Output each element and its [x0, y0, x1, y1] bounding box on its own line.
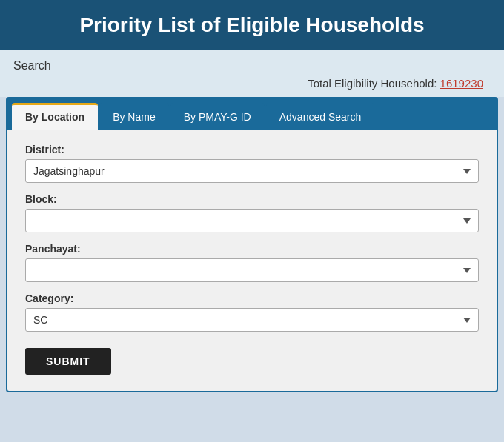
category-label: Category:: [25, 292, 479, 304]
page-header: Priority List of Eligible Households: [0, 0, 504, 50]
tab-by-pmayg-id[interactable]: By PMAY-G ID: [170, 103, 265, 130]
block-label: Block:: [25, 193, 479, 205]
panchayat-select[interactable]: [25, 258, 479, 282]
total-eligibility-row: Total Eligibility Household: 1619230: [13, 77, 491, 90]
tab-bar: By Location By Name By PMAY-G ID Advance…: [7, 98, 497, 130]
tab-advanced-search[interactable]: Advanced Search: [266, 103, 375, 130]
submit-button[interactable]: SUBMIT: [25, 348, 111, 375]
block-select[interactable]: [25, 209, 479, 232]
page-title: Priority List of Eligible Households: [15, 13, 489, 37]
search-label: Search: [13, 59, 491, 73]
category-group: Category: SC ST OBC General: [25, 292, 479, 332]
tab-panel: By Location By Name By PMAY-G ID Advance…: [6, 97, 498, 392]
search-section: Search Total Eligibility Household: 1619…: [0, 50, 504, 97]
panchayat-group: Panchayat:: [25, 243, 479, 282]
total-eligibility-link[interactable]: 1619230: [440, 77, 483, 90]
district-group: District: Jagatsinghapur: [25, 144, 479, 183]
district-select[interactable]: Jagatsinghapur: [25, 159, 479, 183]
tab-by-name[interactable]: By Name: [99, 103, 169, 130]
tab-content-by-location: District: Jagatsinghapur Block: Panchaya…: [7, 130, 497, 391]
district-label: District:: [25, 144, 479, 155]
category-select[interactable]: SC ST OBC General: [25, 308, 479, 332]
panchayat-label: Panchayat:: [25, 243, 479, 255]
tab-by-location[interactable]: By Location: [12, 103, 98, 130]
total-eligibility-label: Total Eligibility Household:: [308, 77, 437, 90]
block-group: Block:: [25, 193, 479, 232]
